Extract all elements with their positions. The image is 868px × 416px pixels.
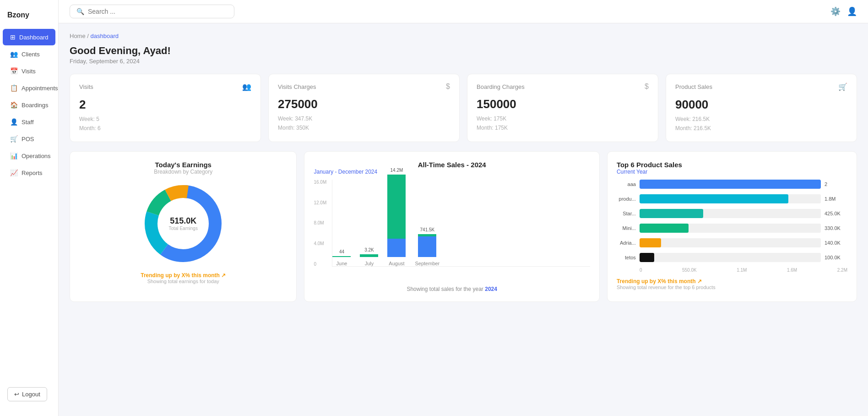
search-icon: 🔍 [76,8,84,15]
stat-card-header-0: Visits 👥 [79,82,251,91]
hbar-track-5 [640,253,821,262]
top6-foot-sub: Showing total revenue for the top 6 prod… [617,285,847,290]
breadcrumb-current: dashboard [91,33,119,39]
sidebar-item-visits[interactable]: 📅Visits [3,63,55,79]
bar-stack-2 [387,175,406,257]
donut-value: 515.0K [169,216,198,226]
header-icons: ⚙️ 👤 [830,6,857,16]
hbar-x-label: 0 [640,268,642,273]
sidebar-item-boardings[interactable]: 🏠Boardings [3,97,55,113]
hbar-value-2: 425.0K [825,211,847,216]
hbar-track-2 [640,209,821,218]
bar-group-0: 44June [332,249,351,266]
hbar-fill-1 [640,194,788,203]
earnings-foot-sub: Showing total earnings for today [79,279,287,284]
hbar-x-axis: 0550.0K1.1M1.6M2.2M [617,268,847,273]
y-label: 0 [314,262,326,267]
hbar-track-1 [640,194,821,203]
bar-group-1: 3.2KJuly [360,247,378,266]
stat-sub-0: Week: 5Month: 6 [79,115,251,133]
y-label: 12.0M [314,200,326,205]
top6-chart-card: Top 6 Product Sales Current Year aaa 2 p… [607,151,857,302]
sidebar-label-4: Boardings [22,102,49,109]
hbar-value-4: 140.0K [825,240,847,246]
sidebar-icon-2: 📅 [10,67,18,75]
stat-sub-3: Week: 216.5KMonth: 216.5K [675,115,847,133]
hbar-label-4: Adria... [617,240,636,246]
main-area: 🔍 ⚙️ 👤 Home / dashboard Good Evening, Ay… [59,0,868,416]
bar-blue-2 [387,239,406,257]
earnings-chart-card: Today's Earnings Breakdown by Category [70,151,297,302]
bar-stack-3 [418,234,436,257]
sidebar-item-pos[interactable]: 🛒POS [3,131,55,147]
stat-card-header-1: Visits Charges $ [278,82,450,91]
bar-group-2: 14.2MAugust [387,168,406,266]
bar-green-2 [387,175,406,239]
logout-icon: ↩ [14,391,19,398]
sidebar-label-1: Clients [22,51,40,58]
search-bar[interactable]: 🔍 [70,5,234,18]
hbar-label-0: aaa [617,181,636,187]
sidebar-label-2: Visits [22,68,36,75]
sidebar-item-clients[interactable]: 👥Clients [3,46,55,62]
hbar-fill-2 [640,209,703,218]
stat-card-icon-3: 🛒 [838,82,847,91]
sidebar-label-8: Reports [22,170,43,176]
stat-card-icon-0: 👥 [242,82,251,91]
y-label: 4.0M [314,241,326,246]
bar-green-1 [360,254,378,257]
sidebar-item-appointments[interactable]: 📋Appointments [3,80,55,96]
sidebar-icon-1: 👥 [10,50,18,58]
earnings-footer: Trending up by X% this month ↗ Showing t… [79,272,287,284]
hbar-label-5: tetos [617,255,636,260]
bar-green-0 [332,256,351,257]
hbar-row-4: Adria... 140.0K [617,238,847,247]
hbar-row-0: aaa 2 [617,180,847,189]
sidebar-label-7: Operations [22,153,51,159]
hbar-value-3: 330.0K [825,225,847,231]
hbar-value-1: 1.8M [825,196,847,202]
stat-value-1: 275000 [278,97,450,111]
breadcrumb-home[interactable]: Home [70,33,86,39]
sidebar-item-reports[interactable]: 📈Reports [3,164,55,181]
stat-card-header-3: Product Sales 🛒 [675,82,847,91]
sidebar-item-operations[interactable]: 📊Operations [3,148,55,164]
settings-icon[interactable]: ⚙️ [830,6,841,16]
greeting-title: Good Evening, Ayad! [70,45,857,57]
hbar-chart: aaa 2 produ... 1.8M Star... 425.0K Mini.… [617,180,847,262]
stat-value-3: 90000 [675,98,847,112]
stat-card-title-3: Product Sales [675,83,712,90]
stat-card-icon-1: $ [446,82,450,91]
logout-button[interactable]: ↩ Logout [7,387,47,401]
stat-card-title-1: Visits Charges [278,83,316,90]
donut-label: Total Earnings [169,226,198,231]
stat-sub-1: Week: 347.5KMonth: 350K [278,114,450,133]
sidebar-icon-5: 👤 [10,118,18,126]
sidebar-icon-3: 📋 [10,84,18,92]
sidebar-icon-0: ⊞ [10,33,16,41]
hbar-value-0: 2 [825,181,847,187]
user-icon[interactable]: 👤 [847,6,857,16]
sidebar-icon-6: 🛒 [10,135,18,142]
stat-card-title-0: Visits [79,83,93,90]
donut-container: 515.0K Total Earnings [79,182,287,265]
alltime-subtitle: January - December 2024 [314,169,590,175]
bar-label-1: July [365,261,374,266]
bar-label-2: August [389,261,404,266]
greeting-date: Friday, September 6, 2024 [70,58,857,65]
bar-label-3: September [415,261,439,266]
sidebar-icon-7: 📊 [10,152,18,159]
search-input[interactable] [88,8,228,15]
stat-card-icon-2: $ [645,82,649,91]
bar-label-0: June [336,261,347,266]
y-label: 16.0M [314,180,326,185]
stat-sub-2: Week: 175KMonth: 175K [477,114,649,133]
stat-card-title-2: Boarding Charges [477,83,525,90]
content-area: Home / dashboard Good Evening, Ayad! Fri… [59,23,868,416]
hbar-track-4 [640,238,821,247]
sidebar-item-staff[interactable]: 👤Staff [3,114,55,130]
hbar-fill-5 [640,253,654,262]
hbar-row-2: Star... 425.0K [617,209,847,218]
sidebar-label-6: POS [22,136,34,142]
sidebar-item-dashboard[interactable]: ⊞Dashboard [3,29,55,45]
